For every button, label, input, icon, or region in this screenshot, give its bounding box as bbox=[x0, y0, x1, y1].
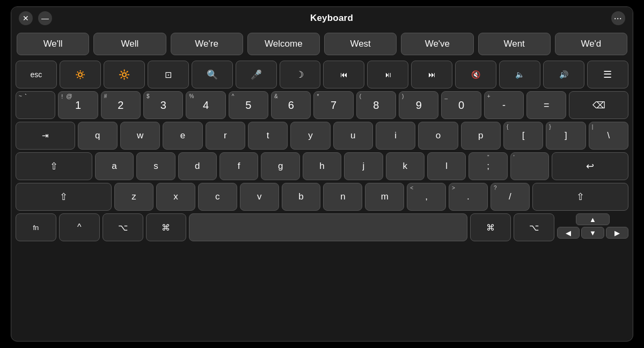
x-key[interactable]: x bbox=[156, 183, 195, 211]
h-key[interactable]: h bbox=[303, 152, 341, 180]
2-key[interactable]: # 2 bbox=[101, 91, 141, 119]
comma-key[interactable]: < , bbox=[407, 183, 446, 211]
brightness-down-key[interactable]: 🔅 bbox=[60, 61, 101, 88]
fn-key[interactable]: fn bbox=[16, 213, 56, 241]
slash-key[interactable]: ? / bbox=[491, 183, 530, 211]
0-key[interactable]: _ 0 bbox=[441, 91, 481, 119]
open-bracket-key[interactable]: { [ bbox=[503, 122, 543, 150]
caps-lock-key[interactable]: ⇧ bbox=[16, 152, 92, 180]
rewind-key[interactable]: ⏮ bbox=[323, 61, 364, 88]
3-key[interactable]: $ 3 bbox=[143, 91, 183, 119]
esc-key[interactable]: esc bbox=[16, 61, 57, 88]
5-key[interactable]: ^ 5 bbox=[229, 91, 268, 119]
backslash-key[interactable]: | \ bbox=[589, 122, 628, 150]
keyboard-window: ✕ — Keyboard ●●● We'll Well We're Welcom… bbox=[11, 6, 633, 342]
minimize-button[interactable]: — bbox=[38, 11, 52, 25]
qwerty-row: ⇥ q w e r t y u i o p { [ } ] | \ bbox=[16, 122, 628, 150]
dictate-key[interactable]: 🎤 bbox=[236, 61, 277, 88]
j-key[interactable]: j bbox=[344, 152, 383, 180]
suggestion-well[interactable]: Well bbox=[93, 33, 166, 55]
suggestion-west[interactable]: West bbox=[324, 33, 397, 55]
arrow-right-key[interactable]: ▶ bbox=[606, 227, 628, 239]
bottom-row: fn ^ ⌥ ⌘ ⌘ ⌥ ▲ ◀ ▼ ▶ bbox=[16, 213, 628, 241]
c-key[interactable]: c bbox=[198, 183, 237, 211]
p-key[interactable]: p bbox=[461, 122, 501, 150]
function-row: esc 🔅 🔆 ⊡ 🔍 🎤 ☽ ⏮ ⏯ ⏭ 🔇 🔈 🔊 ☰ bbox=[16, 61, 628, 88]
n-key[interactable]: n bbox=[323, 183, 362, 211]
r-key[interactable]: r bbox=[206, 122, 245, 150]
g-key[interactable]: g bbox=[261, 152, 299, 180]
cmd-left-key[interactable]: ⌘ bbox=[146, 213, 187, 241]
brightness-up-key[interactable]: 🔆 bbox=[104, 61, 145, 88]
q-key[interactable]: q bbox=[78, 122, 118, 150]
opt-left-key[interactable]: ⌥ bbox=[103, 213, 143, 241]
suggestion-were[interactable]: We're bbox=[171, 33, 243, 55]
close-bracket-key[interactable]: } ] bbox=[546, 122, 586, 150]
e-key[interactable]: e bbox=[163, 122, 202, 150]
period-key[interactable]: > . bbox=[449, 183, 488, 211]
equals-key[interactable]: = bbox=[526, 91, 566, 119]
suggestion-went[interactable]: Went bbox=[478, 33, 551, 55]
search-key[interactable]: 🔍 bbox=[192, 61, 233, 88]
tilde-key[interactable]: ~ ` bbox=[16, 91, 55, 119]
suggestion-wed[interactable]: We'd bbox=[555, 33, 627, 55]
fastforward-key[interactable]: ⏭ bbox=[411, 61, 452, 88]
quote-key[interactable]: ' bbox=[510, 152, 549, 180]
cmd-right-key[interactable]: ⌘ bbox=[470, 213, 511, 241]
mission-control-key[interactable]: ⊡ bbox=[148, 61, 189, 88]
y-key[interactable]: y bbox=[290, 122, 330, 150]
i-key[interactable]: i bbox=[376, 122, 415, 150]
window-title: Keyboard bbox=[52, 13, 611, 24]
keys-area: esc 🔅 🔆 ⊡ 🔍 🎤 ☽ ⏮ ⏯ ⏭ 🔇 🔈 🔊 ☰ ~ ` ! 1 bbox=[11, 58, 633, 341]
t-key[interactable]: t bbox=[248, 122, 288, 150]
k-key[interactable]: k bbox=[386, 152, 425, 180]
1-key[interactable]: ! 1 @ 2 bbox=[58, 91, 98, 119]
backspace-key[interactable]: ⌫ bbox=[569, 91, 628, 119]
arrow-cluster: ▲ ◀ ▼ ▶ bbox=[557, 213, 628, 241]
space-key[interactable] bbox=[189, 213, 467, 241]
arrow-left-key[interactable]: ◀ bbox=[557, 227, 580, 239]
close-button[interactable]: ✕ bbox=[19, 11, 33, 25]
return-key[interactable]: ↩ bbox=[552, 152, 628, 180]
shift-left-key[interactable]: ⇧ bbox=[16, 183, 112, 211]
4-key[interactable]: % 4 bbox=[186, 91, 225, 119]
w-key[interactable]: w bbox=[120, 122, 160, 150]
u-key[interactable]: u bbox=[333, 122, 373, 150]
a-key[interactable]: a bbox=[95, 152, 134, 180]
6-key[interactable]: & 6 bbox=[271, 91, 311, 119]
tab-key[interactable]: ⇥ bbox=[16, 122, 75, 150]
suggestion-weve[interactable]: We've bbox=[401, 33, 473, 55]
o-key[interactable]: o bbox=[418, 122, 458, 150]
suggestion-well-ll[interactable]: We'll bbox=[17, 33, 89, 55]
7-key[interactable]: * 7 bbox=[313, 91, 353, 119]
l-key[interactable]: l bbox=[427, 152, 466, 180]
playpause-key[interactable]: ⏯ bbox=[367, 61, 408, 88]
arrow-up-key[interactable]: ▲ bbox=[576, 213, 610, 225]
suggestion-welcome[interactable]: Welcome bbox=[247, 33, 320, 55]
title-bar: ✕ — Keyboard ●●● bbox=[11, 7, 633, 29]
shift-right-key[interactable]: ⇧ bbox=[532, 183, 628, 211]
9-key[interactable]: ) 9 bbox=[399, 91, 438, 119]
zxcv-row: ⇧ z x c v b n m < , > . ? / ⇧ bbox=[16, 183, 628, 211]
vol-up-key[interactable]: 🔊 bbox=[543, 61, 584, 88]
title-bar-left: ✕ — bbox=[19, 11, 52, 25]
arrow-down-key[interactable]: ▼ bbox=[581, 227, 604, 239]
vol-down-key[interactable]: 🔈 bbox=[499, 61, 540, 88]
v-key[interactable]: v bbox=[240, 183, 279, 211]
mute-key[interactable]: 🔇 bbox=[455, 61, 496, 88]
8-key[interactable]: ( 8 bbox=[356, 91, 396, 119]
semicolon-key[interactable]: " ; bbox=[469, 152, 507, 180]
opt-right-key[interactable]: ⌥ bbox=[514, 213, 554, 241]
f-key[interactable]: f bbox=[219, 152, 258, 180]
ctrl-key[interactable]: ^ bbox=[59, 213, 100, 241]
dnd-key[interactable]: ☽ bbox=[280, 61, 321, 88]
s-key[interactable]: s bbox=[136, 152, 175, 180]
menu-key[interactable]: ☰ bbox=[587, 61, 628, 88]
more-button[interactable]: ●●● bbox=[611, 11, 625, 25]
suggestions-row: We'll Well We're Welcome West We've Went… bbox=[11, 29, 633, 58]
minus-key[interactable]: + - bbox=[484, 91, 524, 119]
b-key[interactable]: b bbox=[282, 183, 321, 211]
z-key[interactable]: z bbox=[114, 183, 153, 211]
d-key[interactable]: d bbox=[178, 152, 217, 180]
m-key[interactable]: m bbox=[365, 183, 404, 211]
